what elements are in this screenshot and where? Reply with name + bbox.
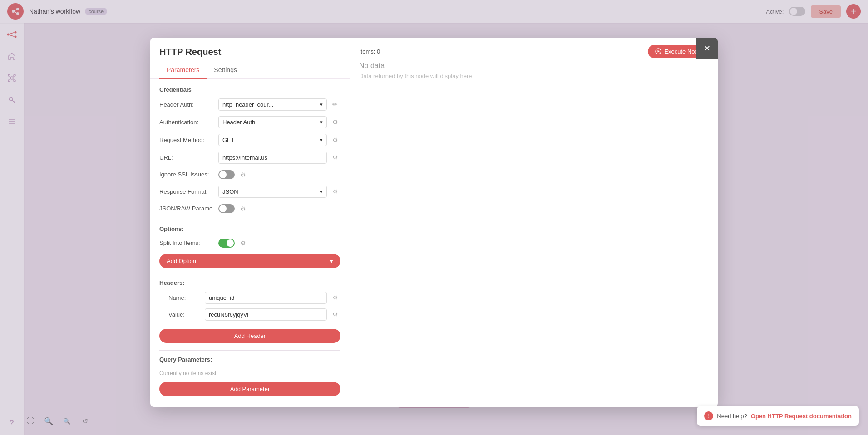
json-raw-row: JSON/RAW Parame. ⚙ (159, 203, 340, 214)
help-tooltip-icon: ! (704, 411, 713, 420)
url-input[interactable]: https://internal.us (218, 152, 327, 164)
split-into-items-toggle[interactable] (218, 239, 235, 248)
header-value-row: Value: recuN5f6yjqyVi ⚙ (159, 308, 340, 321)
header-name-gear-button[interactable]: ⚙ (330, 292, 340, 303)
no-data-text: No data (359, 62, 709, 70)
header-name-label: Name: (168, 294, 205, 301)
ignore-ssl-toggle[interactable] (218, 170, 235, 179)
authentication-control: Header Auth ▾ ⚙ (218, 116, 340, 128)
json-raw-control: ⚙ (218, 203, 340, 214)
modal-left-content: Credentials Header Auth: http_header_cou… (150, 79, 350, 407)
response-format-label: Response Format: (159, 188, 218, 195)
header-auth-label: Header Auth: (159, 101, 218, 108)
header-auth-edit-button[interactable]: ✏ (330, 99, 340, 110)
request-method-gear-button[interactable]: ⚙ (330, 134, 340, 145)
url-control: https://internal.us ⚙ (218, 152, 340, 164)
modal-right-header: Items: 0 Execute Node (359, 45, 709, 58)
split-into-items-control: ⚙ (218, 238, 340, 249)
header-value-gear-button[interactable]: ⚙ (330, 309, 340, 320)
modal-overlay: HTTP Request Parameters Settings Credent… (0, 0, 868, 435)
url-row: URL: https://internal.us ⚙ (159, 152, 340, 164)
ignore-ssl-gear-button[interactable]: ⚙ (237, 169, 248, 180)
modal-tabs: Parameters Settings (150, 63, 350, 79)
request-method-control: GET ▾ ⚙ (218, 134, 340, 146)
header-name-control: unique_id ⚙ (205, 292, 340, 304)
help-tooltip: ! Need help? Open HTTP Request documenta… (697, 406, 859, 426)
modal-left-panel: HTTP Request Parameters Settings Credent… (150, 38, 350, 407)
split-into-items-row: Split Into Items: ⚙ (159, 238, 340, 249)
json-raw-toggle[interactable] (218, 204, 235, 213)
header-value-label: Value: (168, 311, 205, 318)
items-count: Items: 0 (359, 48, 380, 55)
request-method-label: Request Method: (159, 137, 218, 143)
options-section-title: Options: (159, 225, 340, 232)
help-tooltip-link[interactable]: Open HTTP Request documentation (751, 413, 852, 420)
header-auth-control: http_header_cour... ▾ ✏ (218, 98, 340, 111)
ignore-ssl-label: Ignore SSL Issues: (159, 171, 218, 178)
modal-close-button[interactable]: ✕ (696, 38, 718, 59)
credentials-section-title: Credentials (159, 86, 340, 93)
ignore-ssl-control: ⚙ (218, 169, 340, 180)
header-value-input[interactable]: recuN5f6yjqyVi (205, 308, 327, 321)
header-auth-row: Header Auth: http_header_cour... ▾ ✏ (159, 98, 340, 111)
header-value-control: recuN5f6yjqyVi ⚙ (205, 308, 340, 321)
data-hint-text: Data returned by this node will display … (359, 73, 709, 79)
add-parameter-button[interactable]: Add Parameter (159, 382, 340, 396)
request-method-select[interactable]: GET ▾ (218, 134, 327, 146)
headers-section-title: Headers: (159, 279, 340, 286)
authentication-row: Authentication: Header Auth ▾ ⚙ (159, 116, 340, 128)
add-option-button[interactable]: Add Option ▾ (159, 254, 340, 268)
response-format-select[interactable]: JSON ▾ (218, 186, 327, 198)
options-section: Options: Split Into Items: ⚙ Add Option … (159, 225, 340, 268)
help-tooltip-text: Need help? (717, 413, 747, 420)
header-name-input[interactable]: unique_id (205, 292, 327, 304)
authentication-select[interactable]: Header Auth ▾ (218, 116, 327, 128)
ignore-ssl-row: Ignore SSL Issues: ⚙ (159, 169, 340, 180)
tab-settings[interactable]: Settings (207, 63, 244, 79)
request-method-row: Request Method: GET ▾ ⚙ (159, 134, 340, 146)
json-raw-gear-button[interactable]: ⚙ (237, 203, 248, 214)
json-raw-label: JSON/RAW Parame. (159, 205, 218, 212)
split-into-items-label: Split Into Items: (159, 239, 218, 246)
add-header-button[interactable]: Add Header (159, 329, 340, 343)
response-format-control: JSON ▾ ⚙ (218, 186, 340, 198)
header-auth-select[interactable]: http_header_cour... ▾ (218, 98, 327, 111)
no-query-items-text: Currently no items exist (159, 368, 340, 378)
response-format-gear-button[interactable]: ⚙ (330, 186, 340, 197)
authentication-gear-button[interactable]: ⚙ (330, 117, 340, 127)
modal-right-panel: Items: 0 Execute Node No data Data retur… (350, 38, 718, 407)
http-request-modal: HTTP Request Parameters Settings Credent… (150, 38, 718, 407)
url-gear-button[interactable]: ⚙ (330, 152, 340, 163)
split-into-items-gear-button[interactable]: ⚙ (237, 238, 248, 249)
modal-title: HTTP Request (150, 38, 350, 63)
response-format-row: Response Format: JSON ▾ ⚙ (159, 186, 340, 198)
header-name-row: Name: unique_id ⚙ (159, 292, 340, 304)
tab-parameters[interactable]: Parameters (159, 63, 207, 79)
authentication-label: Authentication: (159, 119, 218, 126)
query-params-section-title: Query Parameters: (159, 356, 340, 363)
url-label: URL: (159, 154, 218, 161)
